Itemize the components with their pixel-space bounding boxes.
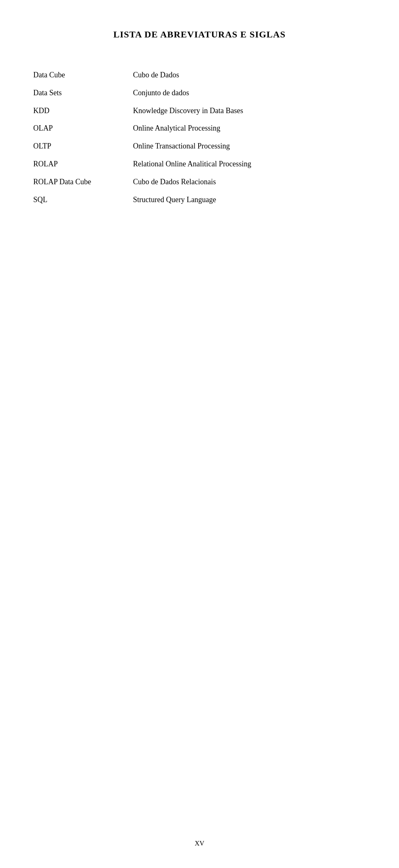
table-row: KDDKnowledge Discovery in Data Bases (33, 105, 366, 117)
table-row: SQLStructured Query Language (33, 194, 366, 206)
abbr-definition: Conjunto de dados (133, 87, 366, 99)
abbr-definition: Relational Online Analitical Processing (133, 158, 366, 170)
page-title: LISTA DE ABREVIATURAS E SIGLAS (33, 29, 366, 40)
page: LISTA DE ABREVIATURAS E SIGLAS Data Cube… (0, 0, 399, 868)
abbr-term: Data Cube (33, 69, 133, 81)
page-number: XV (195, 840, 204, 847)
abbr-term: KDD (33, 105, 133, 117)
abbr-definition: Structured Query Language (133, 194, 366, 206)
table-row: Data CubeCubo de Dados (33, 69, 366, 81)
abbr-definition: Cubo de Dados Relacionais (133, 176, 366, 188)
table-row: ROLAP Data CubeCubo de Dados Relacionais (33, 176, 366, 188)
table-row: Data SetsConjunto de dados (33, 87, 366, 99)
abbr-term: OLTP (33, 140, 133, 152)
table-row: ROLAPRelational Online Analitical Proces… (33, 158, 366, 170)
table-row: OLAPOnline Analytical Processing (33, 122, 366, 134)
abbr-term: SQL (33, 194, 133, 206)
abbr-definition: Online Transactional Processing (133, 140, 366, 152)
abbr-definition: Online Analytical Processing (133, 122, 366, 134)
abbr-term: Data Sets (33, 87, 133, 99)
abbr-definition: Knowledge Discovery in Data Bases (133, 105, 366, 117)
abbreviations-table: Data CubeCubo de DadosData SetsConjunto … (33, 69, 366, 205)
abbr-term: ROLAP (33, 158, 133, 170)
abbr-term: OLAP (33, 122, 133, 134)
table-row: OLTPOnline Transactional Processing (33, 140, 366, 152)
abbr-term: ROLAP Data Cube (33, 176, 133, 188)
abbr-definition: Cubo de Dados (133, 69, 366, 81)
